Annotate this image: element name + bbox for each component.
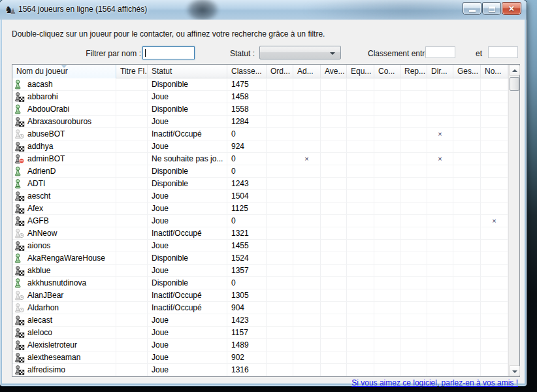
table-row[interactable]: alelocoJoue1157: [12, 327, 508, 339]
cell-rep: [400, 302, 427, 314]
column-header-ges[interactable]: Ges...: [453, 65, 481, 78]
cell-ave: [321, 203, 347, 215]
table-row[interactable]: adminBOTNe souhaite pas jo...0××: [12, 153, 508, 165]
cell-co: [374, 327, 400, 339]
table-row[interactable]: addhyaJoue924: [12, 140, 508, 153]
cell-ord: [267, 240, 293, 252]
cell-equ: [347, 165, 374, 178]
players-table: Nom du joueurTitre FI...StatutClasse...O…: [12, 64, 520, 377]
cell-ave: [321, 364, 347, 376]
statut-dropdown[interactable]: [259, 46, 341, 59]
scroll-up-button[interactable]: [509, 65, 520, 76]
cell-ges: [453, 165, 481, 178]
minimize-button[interactable]: [463, 2, 481, 15]
table-row[interactable]: aacashDisponible1475: [12, 78, 508, 91]
cell-dir: [427, 203, 453, 215]
cell-ord: [267, 351, 293, 364]
cell-statut: Joue: [148, 339, 227, 351]
cell-ad: [293, 78, 321, 91]
table-row[interactable]: AlexisletroteurJoue1489: [12, 339, 508, 351]
column-header-dir[interactable]: Dir...: [427, 65, 453, 78]
table-row[interactable]: abuseBOTInactif/Occupé0×: [12, 128, 508, 140]
available-status-icon: [14, 167, 25, 176]
cell-titre: [116, 314, 148, 327]
vertical-scrollbar[interactable]: [508, 65, 519, 376]
table-row[interactable]: AGFBJoue0×: [12, 215, 508, 227]
cell-ad: [293, 165, 321, 178]
column-header-ad[interactable]: Ad...: [293, 65, 321, 78]
table-row[interactable]: akblueJoue1357: [12, 265, 508, 277]
table-row[interactable]: ADTIDisponible1243: [12, 178, 508, 190]
table-row[interactable]: aeschtJoue1504: [12, 190, 508, 203]
cell-classement: 1284: [227, 116, 267, 128]
title-bar[interactable]: ♟ ♞ 1564 joueurs en ligne (1564 affichés…: [0, 0, 527, 20]
desktop-background: ♟ ♞ 1564 joueurs en ligne (1564 affichés…: [0, 0, 537, 392]
cell-classement: 902: [227, 351, 267, 364]
cell-ad: [293, 252, 321, 265]
recommend-link[interactable]: Si vous aimez ce logiciel, parlez-en à v…: [351, 378, 518, 387]
column-header-equ[interactable]: Equ...: [347, 65, 374, 78]
column-header-titre[interactable]: Titre FI...: [116, 65, 148, 78]
cell-rep: [400, 103, 427, 116]
cell-equ: [347, 277, 374, 289]
table-row[interactable]: alfredisimoJoue1316: [12, 364, 508, 376]
table-row[interactable]: AdrienDDisponible0: [12, 165, 508, 178]
close-button[interactable]: ×: [502, 2, 521, 15]
column-header-no[interactable]: No...: [481, 65, 508, 78]
column-header-label: Ave...: [325, 67, 344, 76]
filter-name-input[interactable]: [142, 46, 195, 59]
classement-min-input[interactable]: [425, 46, 455, 58]
cell-equ: [347, 215, 374, 227]
cell-nom: addhya: [12, 140, 116, 153]
cell-co: [374, 165, 400, 178]
cell-ave: [321, 215, 347, 227]
cell-equ: [347, 240, 374, 252]
cell-ave: [321, 302, 347, 314]
cell-co: [374, 91, 400, 103]
column-header-classement[interactable]: Classe...: [227, 65, 267, 78]
playing-status-icon: [14, 340, 25, 350]
table-row[interactable]: akkhusnutdinovaDisponible0: [12, 277, 508, 289]
column-header-ave[interactable]: Ave...: [321, 65, 347, 78]
column-header-label: Dir...: [431, 67, 448, 76]
cell-ges: [453, 302, 481, 314]
table-row[interactable]: aionosJoue1455: [12, 240, 508, 252]
classement-max-input[interactable]: [488, 46, 518, 58]
cell-titre: [116, 302, 148, 314]
cell-ord: [267, 327, 293, 339]
cell-co: [374, 78, 400, 91]
cell-rep: [400, 215, 427, 227]
cell-co: [374, 265, 400, 277]
scroll-down-button[interactable]: [509, 365, 520, 376]
maximize-button[interactable]: [482, 2, 501, 15]
table-row[interactable]: alextheseamanJoue902: [12, 351, 508, 364]
column-header-rep[interactable]: Rep...: [400, 65, 427, 78]
table-row[interactable]: abbarohiJoue1458: [12, 91, 508, 103]
column-header-ord[interactable]: Ord...: [267, 65, 293, 78]
column-header-co[interactable]: Co...: [374, 65, 400, 78]
table-row[interactable]: AbdouOrabiDisponible1558: [12, 103, 508, 116]
table-row[interactable]: AbraxasouroburosJoue1284: [12, 116, 508, 128]
table-row[interactable]: alecastJoue1423: [12, 314, 508, 327]
cell-nom: Aldarhon: [12, 302, 116, 314]
table-row[interactable]: AfexJoue1125: [12, 203, 508, 215]
cell-ord: [267, 128, 293, 140]
cell-statut: Joue: [148, 91, 227, 103]
column-header-statut[interactable]: Statut: [148, 65, 227, 78]
cell-ges: [453, 128, 481, 140]
cell-ad: [293, 128, 321, 140]
cell-ad: [293, 116, 321, 128]
cell-titre: [116, 78, 148, 91]
cell-co: [374, 277, 400, 289]
cell-no: [481, 252, 508, 265]
column-header-nom[interactable]: Nom du joueur: [12, 65, 116, 78]
scrollbar-thumb[interactable]: [510, 77, 519, 91]
cell-nom: AhNeow: [12, 227, 116, 240]
table-row[interactable]: AldarhonInactif/Occupé904: [12, 302, 508, 314]
cell-dir: [427, 178, 453, 190]
cell-ave: [321, 140, 347, 153]
column-header-label: Equ...: [351, 67, 371, 76]
table-row[interactable]: AhNeowInactif/Occupé1321: [12, 227, 508, 240]
table-row[interactable]: AkaRengaWareHouseDisponible1524: [12, 252, 508, 265]
table-row[interactable]: AlanJBearInactif/Occupé1305: [12, 289, 508, 302]
